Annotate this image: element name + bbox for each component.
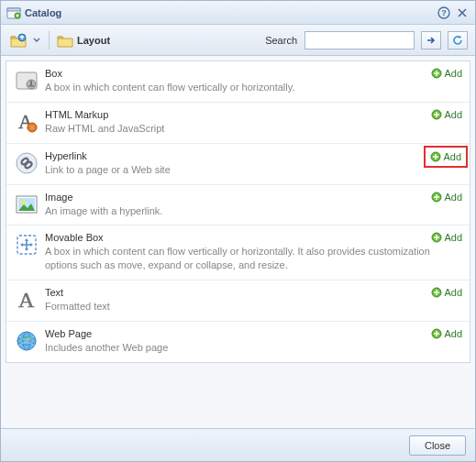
item-title: HTML Markup [45,109,462,120]
text-icon: A [14,287,39,313]
add-label: Add [444,192,462,203]
add-label: Add [444,68,462,79]
add-button[interactable]: Add [429,327,464,340]
svg-text:A: A [18,288,35,312]
web-page-icon [14,328,39,354]
add-label: Add [444,287,462,298]
add-button[interactable]: Add [429,286,464,299]
plus-icon [431,192,442,203]
breadcrumb: Layout [57,33,110,48]
up-dropdown[interactable] [32,30,41,50]
search-go-button[interactable] [421,31,441,50]
item-title: Box [45,68,462,79]
list-item: Box A box in which content can flow vert… [6,61,470,103]
plus-icon [431,232,442,243]
image-icon [14,192,39,217]
item-title: Web Page [45,328,462,339]
help-icon[interactable]: ? [437,6,451,20]
box-icon [14,68,39,94]
add-button[interactable]: Add [424,146,468,168]
add-label: Add [444,328,462,339]
add-button[interactable]: Add [429,108,464,121]
item-title: Text [45,287,462,298]
item-title: Image [45,192,462,203]
catalog-list: Box A box in which content can flow vert… [6,60,470,363]
content-area: Box A box in which content can flow vert… [1,56,475,428]
html-markup-icon: A [14,109,39,135]
item-desc: Formatted text [45,300,462,314]
item-desc: A box in which content can flow vertical… [45,81,462,94]
item-desc: Includes another Web page [45,341,462,355]
list-item: Hyperlink Link to a page or a Web site A… [6,144,470,185]
svg-text:?: ? [441,8,447,17]
add-button[interactable]: Add [429,67,464,80]
item-desc: An image with a hyperlink. [45,204,462,218]
plus-icon [430,151,441,162]
toolbar-divider [49,31,50,50]
add-button[interactable]: Add [429,231,464,244]
svg-rect-1 [7,8,20,11]
list-item: A Text Formatted text Add [6,280,470,322]
plus-icon [431,109,442,120]
add-label: Add [444,109,462,120]
plus-icon [431,68,442,79]
footer: Close [1,428,475,461]
item-desc: Link to a page or a Web site [45,163,462,177]
catalog-dialog: Catalog ? [0,0,476,462]
item-desc: A box in which content can flow vertical… [45,245,462,272]
svg-point-20 [21,200,26,204]
dialog-title: Catalog [25,7,61,18]
list-item: A HTML Markup Raw HTML and JavaScript Ad… [6,103,470,144]
search-label: Search [265,35,297,46]
item-title: Movable Box [45,232,462,243]
catalog-icon [6,6,21,20]
close-button[interactable]: Close [409,435,466,456]
list-item: Movable Box A box in which content can f… [6,226,470,280]
plus-icon [431,328,442,339]
refresh-button[interactable] [448,31,468,50]
svg-rect-9 [28,85,34,87]
list-item: Web Page Includes another Web page Add [6,322,470,362]
add-label: Add [444,232,462,243]
toolbar: Layout Search [1,25,475,56]
search-input[interactable] [304,31,415,50]
titlebar: Catalog ? [1,1,475,25]
add-label: Add [443,151,461,162]
breadcrumb-current: Layout [77,35,110,46]
up-button[interactable] [8,30,28,50]
plus-icon [431,287,442,298]
folder-icon [57,33,73,48]
dialog-close-icon[interactable] [455,6,470,20]
svg-point-26 [17,332,36,350]
hyperlink-icon [14,150,39,176]
item-desc: Raw HTML and JavaScript [45,122,462,136]
item-title: Hyperlink [45,150,462,161]
add-button[interactable]: Add [429,191,464,204]
list-item: Image An image with a hyperlink. Add [6,185,470,226]
svg-rect-8 [30,81,32,85]
movable-box-icon [14,232,39,258]
